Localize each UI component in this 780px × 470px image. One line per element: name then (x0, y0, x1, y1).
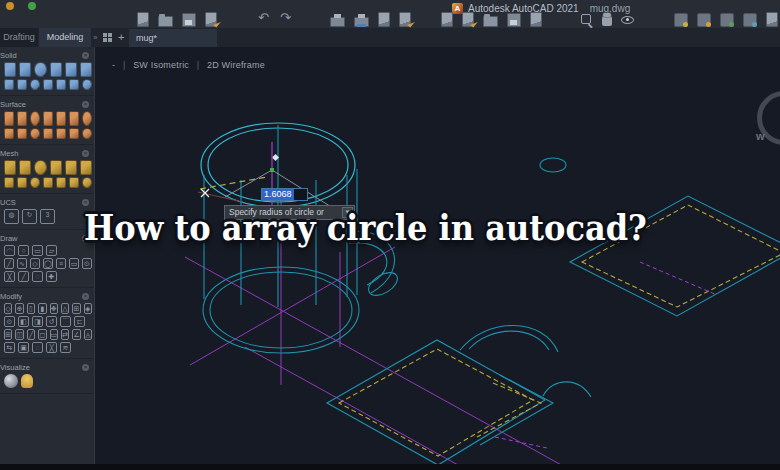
tool-icon[interactable]: ○ (18, 245, 29, 256)
window-minimize-button[interactable] (6, 2, 14, 10)
tool-icon[interactable]: ≡ (56, 258, 66, 269)
tool-icon[interactable]: ◧ (18, 316, 29, 327)
doc-tab-mug[interactable]: mug* (129, 29, 217, 47)
tool-icon[interactable] (43, 79, 53, 90)
section-collapse-button[interactable]: × (82, 293, 89, 300)
export-icon[interactable] (462, 12, 474, 27)
tool-icon[interactable]: ▭ (50, 329, 59, 340)
new-file-icon[interactable] (137, 12, 149, 27)
tool-icon[interactable]: ↻ (22, 209, 37, 224)
zoom-window-icon[interactable] (580, 13, 593, 26)
tool-icon[interactable] (4, 128, 14, 139)
tool-icon[interactable]: ⇄ (61, 329, 69, 340)
tool-icon[interactable] (43, 111, 53, 126)
section-collapse-button[interactable]: × (82, 364, 89, 371)
print-icon[interactable] (330, 17, 345, 27)
tool-icon[interactable] (19, 160, 31, 175)
import-icon[interactable] (441, 12, 453, 27)
tool-icon[interactable] (56, 177, 66, 188)
dynamic-input-value[interactable]: 1.6068 (262, 189, 294, 200)
tool-icon[interactable]: 3 (40, 209, 55, 224)
publish-icon[interactable] (399, 12, 411, 27)
plot-icon[interactable] (354, 17, 369, 27)
tool-icon[interactable] (4, 374, 18, 388)
tool-icon[interactable] (82, 128, 92, 139)
section-collapse-button[interactable]: × (82, 150, 89, 157)
doc-tab-grid-icon[interactable] (103, 33, 112, 42)
tool-icon[interactable]: ▭ (69, 258, 79, 269)
tool-icon[interactable]: ⊕ (15, 303, 23, 314)
tool-icon[interactable] (65, 160, 77, 175)
tool-icon[interactable]: ◇ (4, 303, 12, 314)
transmit-icon[interactable] (483, 16, 498, 27)
point-style-icon[interactable] (743, 13, 757, 27)
undo-icon[interactable] (258, 13, 271, 26)
tool-icon[interactable]: ◌ (32, 342, 43, 353)
section-collapse-button[interactable]: × (82, 199, 89, 206)
tool-icon[interactable] (17, 177, 27, 188)
tool-icon[interactable]: ╳ (46, 342, 57, 353)
layers-icon[interactable] (697, 13, 711, 27)
tool-icon[interactable] (69, 177, 79, 188)
tool-icon[interactable]: ⊙ (82, 258, 92, 269)
tool-icon[interactable] (80, 62, 92, 77)
tool-icon[interactable] (82, 79, 92, 90)
tool-icon[interactable] (50, 62, 62, 77)
tool-icon[interactable] (4, 177, 14, 188)
tool-icon[interactable]: ◈ (84, 303, 92, 314)
tool-icon[interactable]: ◍ (4, 209, 19, 224)
open-icon[interactable] (158, 16, 173, 27)
orbit-icon[interactable] (621, 13, 634, 26)
tool-icon[interactable]: ▣ (18, 342, 29, 353)
tool-icon[interactable] (30, 177, 40, 188)
tool-icon[interactable] (56, 79, 66, 90)
tool-icon[interactable] (17, 79, 27, 90)
tool-icon[interactable]: ✚ (46, 271, 57, 282)
tool-icon[interactable]: ∿ (17, 258, 27, 269)
plot-preview-icon[interactable] (378, 12, 390, 27)
reference-icon[interactable] (530, 12, 542, 27)
window-zoom-button[interactable] (28, 2, 36, 10)
tool-icon[interactable] (65, 62, 77, 77)
tool-icon[interactable]: ◌ (32, 271, 43, 282)
tool-icon[interactable]: ▱ (46, 245, 57, 256)
save-icon[interactable] (182, 13, 196, 27)
tool-icon[interactable]: ◠ (4, 245, 15, 256)
tool-icon[interactable] (82, 111, 92, 126)
tool-icon[interactable]: ◫ (15, 329, 24, 340)
tool-icon[interactable] (43, 128, 53, 139)
tool-icon[interactable] (4, 111, 14, 126)
tool-icon[interactable] (56, 128, 66, 139)
tool-icon[interactable]: ╳ (4, 271, 15, 282)
tool-icon[interactable] (43, 177, 53, 188)
tool-icon[interactable]: ⇆ (4, 342, 15, 353)
tool-icon[interactable] (34, 62, 46, 77)
tool-icon[interactable]: ≋ (60, 342, 71, 353)
tool-icon[interactable]: ╱ (18, 271, 29, 282)
tool-icon[interactable]: ⌒ (60, 316, 71, 327)
tool-icon[interactable] (50, 160, 62, 175)
tab-overflow-chevron[interactable]: » (93, 28, 97, 47)
redo-icon[interactable] (280, 13, 293, 26)
tool-icon[interactable]: △ (61, 303, 69, 314)
tool-icon[interactable]: ◇ (30, 258, 40, 269)
tool-icon[interactable]: ▮ (38, 303, 46, 314)
tool-icon[interactable] (30, 128, 40, 139)
tool-icon[interactable] (4, 79, 14, 90)
tool-icon[interactable]: ⊞ (72, 303, 80, 314)
tool-icon[interactable]: ╱ (27, 329, 35, 340)
tool-icon[interactable] (69, 111, 79, 126)
tool-icon[interactable]: ▯ (27, 303, 35, 314)
sheet-set-icon[interactable] (507, 13, 521, 27)
tool-icon[interactable] (17, 128, 27, 139)
tool-icon[interactable]: ◬ (84, 329, 92, 340)
tool-icon[interactable] (4, 62, 16, 77)
tool-icon[interactable]: ╱ (4, 258, 14, 269)
tool-icon[interactable] (80, 160, 92, 175)
section-collapse-button[interactable]: × (82, 52, 89, 59)
tool-icon[interactable] (82, 177, 92, 188)
pan-icon[interactable] (602, 15, 612, 26)
dynamic-input-field[interactable]: 1.6068 (261, 188, 308, 201)
drawing-canvas[interactable]: - | SW Isometric | 2D Wireframe (95, 47, 780, 470)
tool-icon[interactable]: ◻ (38, 329, 46, 340)
